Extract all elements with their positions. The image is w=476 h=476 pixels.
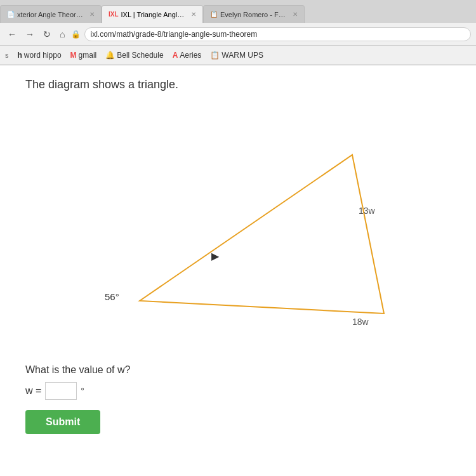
tab-label-2: IXL | Triangle Angle-Sum Theore: [121, 11, 187, 18]
triangle-diagram: 56° 13w 18w ▶: [48, 104, 428, 358]
bookmark-aeries[interactable]: A Aeries: [173, 51, 202, 60]
address-input[interactable]: [84, 27, 471, 41]
gmail-icon: M: [70, 51, 77, 60]
tab-ixl-triangle[interactable]: IXL IXL | Triangle Angle-Sum Theore ✕: [102, 5, 203, 23]
lock-icon: 🔒: [71, 30, 81, 39]
refresh-button[interactable]: ↻: [41, 28, 53, 41]
tab-close-3[interactable]: ✕: [293, 11, 298, 18]
triangle-svg: [48, 104, 428, 345]
submit-button[interactable]: Submit: [25, 410, 100, 434]
degree-symbol: °: [81, 386, 84, 396]
page-content: The diagram shows a triangle. 56° 13w 18…: [0, 65, 476, 476]
tab-exterior-angle[interactable]: 📄 xterior Angle Theorem | 8t ✕: [0, 5, 102, 23]
browser-chrome: 📄 xterior Angle Theorem | 8t ✕ IXL IXL |…: [0, 0, 476, 65]
tab-label-3: Evelyn Romero - Fatima Al-Fihr: [220, 11, 289, 18]
forward-button[interactable]: →: [23, 28, 37, 41]
tab-evelyn-romero[interactable]: 📋 Evelyn Romero - Fatima Al-Fihr ✕: [203, 5, 305, 23]
triangle-shape: [140, 155, 384, 314]
tab-close-2[interactable]: ✕: [191, 11, 196, 18]
bookmark-gmail[interactable]: M gmail: [70, 51, 97, 60]
home-button[interactable]: ⌂: [57, 28, 67, 41]
side-label-top: 13w: [359, 206, 375, 216]
tab-icon-1: 📄: [7, 11, 15, 18]
tab-bar: 📄 xterior Angle Theorem | 8t ✕ IXL IXL |…: [0, 0, 476, 23]
wordhippo-label: word hippo: [24, 51, 62, 60]
aeries-icon: A: [173, 51, 178, 60]
address-bar: ← → ↻ ⌂ 🔒: [0, 23, 476, 46]
problem-description: The diagram shows a triangle.: [25, 78, 451, 91]
warmups-icon: 📋: [210, 51, 220, 60]
wordhippo-icon: h: [18, 51, 22, 60]
answer-input[interactable]: [45, 382, 77, 400]
angle-label: 56°: [105, 291, 119, 302]
bookmark-bell[interactable]: 🔔 Bell Schedule: [105, 51, 163, 60]
back-button[interactable]: ←: [5, 28, 19, 41]
warmups-label: WARM UPS: [221, 51, 263, 60]
answer-row: w = °: [25, 382, 451, 400]
tab-icon-3: 📋: [210, 11, 218, 18]
bookmark-wordhippo[interactable]: h word hippo: [18, 51, 62, 60]
question-section: What is the value of w? w = ° Submit: [25, 364, 451, 434]
question-text: What is the value of w?: [25, 364, 451, 376]
cursor-indicator: ▶: [211, 250, 219, 262]
gmail-label: gmail: [79, 51, 97, 60]
bookmarks-label: s: [5, 51, 9, 59]
tab-close-1[interactable]: ✕: [89, 11, 95, 18]
side-label-bottom: 18w: [352, 317, 369, 327]
answer-prefix: w =: [25, 385, 41, 397]
tab-icon-2: IXL: [109, 11, 119, 18]
bell-icon: 🔔: [105, 51, 115, 60]
bell-label: Bell Schedule: [117, 51, 163, 60]
bookmarks-bar: s h word hippo M gmail 🔔 Bell Schedule A…: [0, 46, 476, 65]
aeries-label: Aeries: [180, 51, 201, 60]
tab-label-1: xterior Angle Theorem | 8t: [17, 11, 86, 18]
bookmark-warmups[interactable]: 📋 WARM UPS: [210, 51, 263, 60]
